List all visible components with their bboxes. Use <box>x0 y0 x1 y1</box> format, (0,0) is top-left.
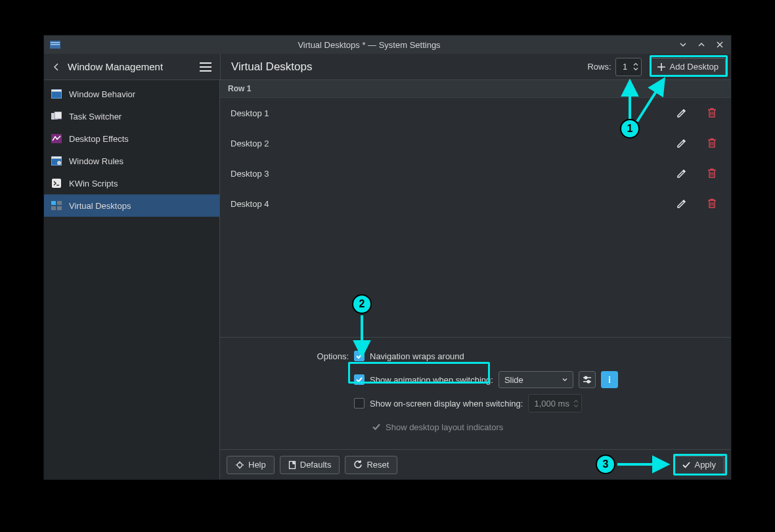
add-desktop-label: Add Desktop <box>670 62 719 72</box>
trash-icon <box>707 198 717 209</box>
rename-button[interactable] <box>673 165 690 182</box>
delete-button[interactable] <box>703 165 720 182</box>
page-title: Virtual Desktops <box>231 60 587 74</box>
window-title: Virtual Desktops * — System Settings <box>61 40 677 50</box>
defaults-label: Defaults <box>300 460 332 470</box>
svg-rect-7 <box>52 90 62 92</box>
sidebar-item-window-behavior[interactable]: Window Behavior <box>44 83 219 105</box>
sidebar-item-label: KWin Scripts <box>69 179 118 188</box>
sidebar-item-label: Task Switcher <box>69 112 122 122</box>
chevron-down-icon <box>573 404 579 408</box>
svg-rect-18 <box>57 206 62 210</box>
rename-button[interactable] <box>673 104 690 122</box>
show-osd-label: Show on-screen display when switching: <box>370 399 523 409</box>
desktop-row: Desktop 2 <box>220 128 731 158</box>
virtual-desktops-icon <box>51 200 62 211</box>
effects-icon <box>51 133 62 144</box>
maximize-icon[interactable] <box>696 40 707 49</box>
sidebar-item-kwin-scripts[interactable]: KWin Scripts <box>44 172 219 194</box>
osd-duration-value: 1,000 ms <box>534 399 569 409</box>
svg-rect-4 <box>200 66 211 68</box>
add-desktop-button[interactable]: Add Desktop <box>650 58 726 76</box>
desktop-row: Desktop 1 <box>220 98 731 128</box>
sidebar-item-label: Window Behavior <box>69 89 135 99</box>
sidebar: Window Behavior Task Switcher Desktop Ef… <box>44 80 220 479</box>
nav-wraps-checkbox[interactable] <box>354 351 365 361</box>
show-layout-label: Show desktop layout indicators <box>386 422 503 432</box>
osd-duration-spinbox: 1,000 ms <box>528 394 581 412</box>
reset-button[interactable]: Reset <box>345 456 397 474</box>
delete-button[interactable] <box>703 195 720 212</box>
help-button[interactable]: Help <box>227 456 275 474</box>
svg-rect-16 <box>57 201 62 205</box>
desktop-name: Desktop 4 <box>231 199 673 209</box>
svg-rect-5 <box>200 70 211 72</box>
svg-rect-3 <box>200 62 211 64</box>
svg-rect-1 <box>51 42 60 43</box>
reset-label: Reset <box>366 460 389 470</box>
header: Window Management Virtual Desktops Rows:… <box>44 54 731 80</box>
chevron-down-icon <box>562 378 567 382</box>
apply-button[interactable]: Apply <box>674 456 724 474</box>
window-icon <box>51 88 62 100</box>
svg-rect-15 <box>51 201 56 205</box>
svg-point-13 <box>57 161 61 165</box>
close-icon[interactable] <box>714 40 726 49</box>
desktop-row: Desktop 3 <box>220 158 731 188</box>
svg-rect-17 <box>51 206 56 210</box>
defaults-button[interactable]: Defaults <box>280 456 340 474</box>
rename-button[interactable] <box>673 195 690 212</box>
desktop-name: Desktop 3 <box>231 169 673 179</box>
plus-icon <box>657 62 666 72</box>
rows-label: Rows: <box>587 62 611 72</box>
sliders-icon <box>583 376 592 384</box>
pencil-icon <box>676 168 687 179</box>
svg-rect-21 <box>609 376 610 378</box>
desktop-name: Desktop 1 <box>231 108 673 118</box>
back-label: Window Management <box>68 61 163 72</box>
options-label: Options: <box>227 351 354 361</box>
configure-animation-button[interactable] <box>579 371 596 388</box>
hamburger-menu[interactable] <box>196 58 215 76</box>
back-button[interactable]: Window Management <box>48 60 196 74</box>
settings-window: Virtual Desktops * — System Settings Win… <box>43 35 732 480</box>
minimize-icon[interactable] <box>677 40 689 49</box>
script-icon <box>51 177 62 189</box>
delete-button[interactable] <box>703 104 720 122</box>
trash-icon <box>707 168 717 179</box>
help-icon <box>235 460 244 470</box>
desktop-row: Desktop 4 <box>220 188 731 219</box>
sidebar-item-task-switcher[interactable]: Task Switcher <box>44 105 219 127</box>
svg-point-23 <box>238 462 242 467</box>
show-osd-checkbox[interactable] <box>354 398 365 409</box>
chevron-down-icon[interactable] <box>633 67 638 71</box>
show-anim-label: Show animation when switching: <box>370 375 493 385</box>
chevron-up-icon[interactable] <box>633 62 638 66</box>
rows-spinbox[interactable]: 1 <box>615 58 642 76</box>
row-header: Row 1 <box>220 80 731 98</box>
sidebar-item-desktop-effects[interactable]: Desktop Effects <box>44 127 219 150</box>
animation-info-button[interactable] <box>601 371 618 388</box>
chevron-left-icon <box>51 61 62 73</box>
titlebar: Virtual Desktops * — System Settings <box>44 35 731 54</box>
app-icon <box>49 41 61 49</box>
animation-select[interactable]: Slide <box>498 371 573 388</box>
rows-value: 1 <box>621 62 629 72</box>
show-anim-checkbox[interactable] <box>354 374 365 385</box>
sidebar-item-virtual-desktops[interactable]: Virtual Desktops <box>44 194 219 217</box>
check-icon <box>372 423 380 431</box>
rename-button[interactable] <box>673 135 690 152</box>
sidebar-item-label: Window Rules <box>69 156 123 166</box>
sidebar-item-label: Desktop Effects <box>69 134 129 144</box>
svg-point-19 <box>585 376 587 379</box>
info-icon <box>606 376 613 384</box>
reset-icon <box>353 460 363 470</box>
delete-button[interactable] <box>703 135 720 152</box>
sidebar-item-window-rules[interactable]: Window Rules <box>44 150 219 172</box>
svg-rect-12 <box>52 157 62 159</box>
desktop-name: Desktop 2 <box>231 139 673 148</box>
animation-select-value: Slide <box>504 375 523 385</box>
pencil-icon <box>676 138 687 148</box>
svg-rect-22 <box>609 378 610 383</box>
check-icon <box>682 461 690 469</box>
